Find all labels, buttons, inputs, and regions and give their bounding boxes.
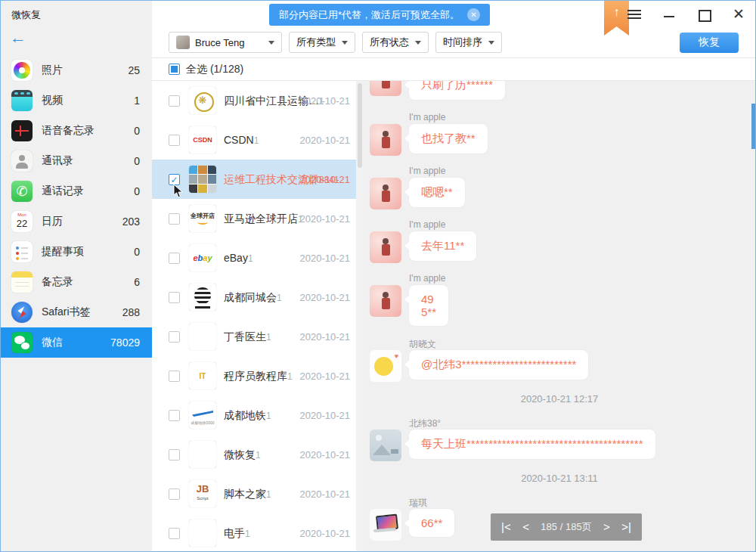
account-dropdown[interactable]: Bruce Teng — [169, 32, 282, 53]
first-page-button[interactable]: |< — [501, 513, 511, 541]
dxy-logo-avatar: ✿ — [189, 323, 216, 350]
amazon-store-avatar: 全球开店 — [189, 205, 216, 232]
chat-message: 只刷了历****** — [364, 81, 755, 100]
last-page-button[interactable]: >| — [621, 513, 631, 541]
sidebar-item-call-log[interactable]: 通话记录 0 — [1, 176, 152, 206]
chevron-down-icon — [342, 41, 348, 45]
sidebar-item-videos[interactable]: 视频 1 — [1, 85, 152, 116]
menu-icon[interactable] — [627, 7, 642, 22]
sidebar-item-count: 0 — [134, 185, 140, 197]
conversation-date: 2020-10-21 — [300, 292, 351, 303]
row-checkbox[interactable] — [169, 253, 180, 264]
row-checkbox[interactable] — [169, 292, 180, 303]
close-button[interactable]: ✕ — [731, 7, 746, 22]
chevron-down-icon — [415, 41, 421, 45]
row-checkbox[interactable] — [169, 95, 180, 107]
message-panel: 只刷了历****** I'm apple 也找了教** I'm apple 嗯嗯… — [364, 81, 755, 551]
pink-figure-avatar — [370, 178, 401, 209]
sort-dropdown[interactable]: 时间排序 — [435, 32, 502, 53]
conversation-count: 1 — [245, 529, 250, 539]
row-checkbox[interactable] — [169, 488, 180, 500]
conversation-row[interactable]: 四川省中江县运输…1 2020-10-21 — [152, 81, 356, 120]
conversation-row[interactable]: 成都地铁1 2020-10-21 — [152, 395, 356, 435]
conversation-count: 1 — [266, 332, 271, 343]
prev-page-button[interactable]: < — [522, 513, 529, 541]
sidebar-item-calendar[interactable]: 日历 203 — [1, 206, 152, 237]
row-checkbox[interactable] — [169, 528, 180, 539]
maximize-button[interactable] — [696, 7, 711, 22]
contact-list-scrollbar[interactable] — [356, 81, 364, 551]
chat-message: I'm apple 嗯嗯** — [364, 166, 755, 207]
select-all-checkbox[interactable] — [169, 64, 180, 75]
conversation-count: 1 — [256, 450, 261, 461]
conversation-count: 1 — [254, 135, 259, 146]
recover-button[interactable]: 恢复 — [680, 33, 739, 53]
account-avatar — [176, 36, 190, 49]
conversation-name: 微恢复 — [224, 448, 256, 461]
type-filter-label: 所有类型 — [296, 36, 336, 49]
conversation-name: 电手 — [224, 527, 245, 539]
conversation-row[interactable]: IT 程序员教程库1 2020-10-21 — [152, 356, 356, 395]
sidebar-item-count: 0 — [134, 246, 140, 258]
sidebar-item-count: 288 — [122, 306, 140, 318]
wechat-icon — [11, 332, 33, 353]
conversation-row[interactable]: ✿ 丁香医生1 2020-10-21 — [152, 317, 356, 356]
videos-icon — [11, 90, 33, 111]
next-page-button[interactable]: > — [603, 513, 610, 541]
sidebar-item-count: 25 — [128, 64, 140, 76]
sidebar-item-contacts[interactable]: 通讯录 0 — [1, 146, 152, 176]
yellow-chick-avatar — [370, 350, 401, 382]
row-checkbox[interactable] — [169, 213, 180, 225]
banner-close-icon[interactable]: ✕ — [467, 8, 480, 21]
minimize-button[interactable] — [662, 7, 677, 22]
chat-message: I'm apple 也找了教** — [364, 112, 755, 154]
status-filter-dropdown[interactable]: 所有状态 — [362, 32, 429, 53]
ebay-logo-avatar: ebay — [189, 244, 216, 271]
calendar-icon — [11, 211, 33, 232]
sidebar-item-reminders[interactable]: 提醒事项 0 — [1, 237, 152, 267]
conversation-row[interactable]: JBScript 脚本之家1 2020-10-21 — [152, 474, 356, 513]
landscape-photo-avatar — [370, 430, 401, 461]
row-checkbox[interactable] — [169, 410, 180, 421]
type-filter-dropdown[interactable]: 所有类型 — [289, 32, 355, 53]
sidebar-item-voice-memos[interactable]: 语音备忘录 0 — [1, 116, 152, 146]
conversation-date: 2020-10-21 — [300, 528, 351, 539]
row-checkbox[interactable] — [169, 371, 180, 382]
conversation-date: 2020-10-21 — [300, 410, 351, 421]
sidebar-item-count: 0 — [134, 125, 140, 137]
sender-name: 胡晓文 — [409, 338, 755, 350]
conversation-row[interactable]: 全球开店 亚马逊全球开店1 2020-10-21 — [152, 199, 356, 238]
select-all-label: 全选 (1/128) — [186, 63, 243, 76]
conversation-row-selected[interactable]: 运维工程技术交流群8841 2020-10-21 — [152, 160, 356, 199]
message-bubble: 49 5** — [409, 285, 448, 326]
conversation-row[interactable]: 成都同城会1 2020-10-21 — [152, 278, 356, 317]
conversation-date: 2020-10-21 — [300, 331, 351, 343]
sidebar-item-count: 78029 — [110, 336, 140, 349]
conversation-row[interactable]: 电手 电手1 2020-10-21 — [152, 513, 356, 551]
sidebar-item-count: 0 — [134, 155, 140, 167]
row-checkbox[interactable] — [169, 449, 180, 461]
tutorial-logo-avatar: IT — [189, 362, 216, 389]
scrollbar-thumb[interactable] — [358, 83, 362, 168]
conversation-date: 2020-10-21 — [300, 174, 351, 185]
activation-banner: 部分内容已用*代替，激活后可预览全部。 ✕ — [269, 4, 490, 26]
back-arrow-icon[interactable]: ← — [1, 23, 36, 54]
conversation-row[interactable]: ebay eBay1 2020-10-21 — [152, 238, 356, 278]
sidebar-item-wechat[interactable]: 微信 78029 — [1, 327, 152, 358]
sort-label: 时间排序 — [443, 36, 482, 49]
row-checkbox[interactable] — [169, 331, 180, 343]
row-checkbox[interactable] — [169, 135, 180, 146]
conversation-row[interactable]: A 微恢复1 2020-10-21 — [152, 435, 356, 474]
chat-message: 北纬38° 每天上班******************************… — [364, 417, 755, 459]
conversation-row[interactable]: CSDN CSDN1 2020-10-21 — [152, 120, 356, 160]
sidebar-item-photos[interactable]: 照片 25 — [1, 55, 152, 85]
jb-script-logo-avatar: JBScript — [189, 480, 216, 507]
sidebar-item-label: 语音备忘录 — [42, 124, 94, 138]
sidebar-item-safari-bookmarks[interactable]: Safari书签 288 — [1, 297, 152, 327]
sidebar-item-notes[interactable]: 备忘录 6 — [1, 267, 152, 297]
safari-icon — [11, 302, 33, 323]
contacts-icon — [11, 150, 33, 172]
chat-scrollbar-thumb[interactable] — [751, 104, 755, 149]
city-club-avatar — [189, 284, 216, 311]
pink-figure-avatar — [370, 231, 401, 263]
